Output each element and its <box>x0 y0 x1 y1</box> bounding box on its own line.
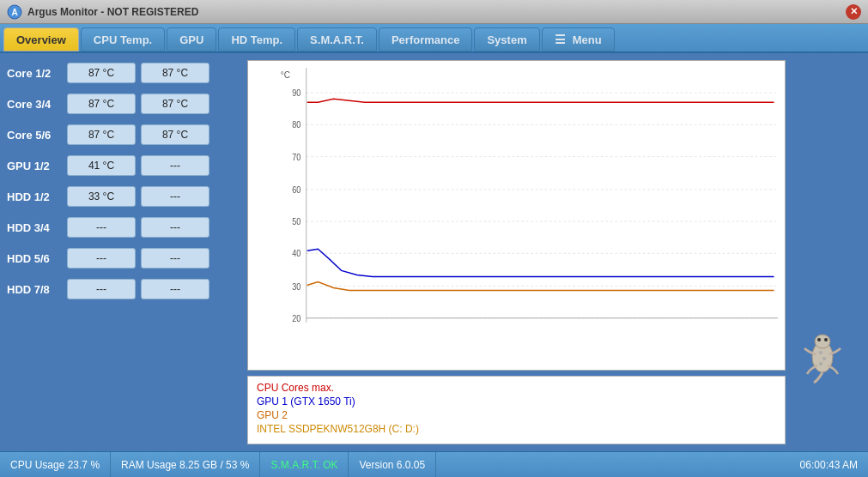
tab-hd-temp[interactable]: HD Temp. <box>218 27 295 51</box>
svg-point-24 <box>817 338 821 341</box>
right-panel: °C 90 80 70 60 50 <box>247 60 786 444</box>
sensor-row-hdd12: HDD 1/2 33 °C --- <box>7 184 240 209</box>
svg-point-28 <box>819 362 822 365</box>
sensor-row-hdd34: HDD 3/4 --- --- <box>7 214 240 240</box>
tab-bar: Overview CPU Temp. GPU HD Temp. S.M.A.R.… <box>0 24 868 53</box>
tab-cpu-temp[interactable]: CPU Temp. <box>81 27 165 51</box>
svg-point-23 <box>815 335 830 348</box>
menu-icon: ☰ <box>555 33 566 46</box>
sensor-row-core34: Core 3/4 87 °C 87 °C <box>7 91 240 117</box>
sensor-row-hdd78: HDD 7/8 --- --- <box>7 276 240 302</box>
sensor-label-hdd78: HDD 7/8 <box>7 283 67 296</box>
sensor-val1-core56: 87 °C <box>67 124 136 145</box>
sensor-row-gpu12: GPU 1/2 41 °C --- <box>7 153 240 178</box>
svg-point-26 <box>819 351 822 354</box>
close-button[interactable]: ✕ <box>846 4 861 20</box>
tab-overview[interactable]: Overview <box>3 27 79 51</box>
app-icon: A <box>7 4 22 20</box>
svg-point-25 <box>824 338 828 341</box>
sensor-label-core56: Core 5/6 <box>7 129 67 142</box>
svg-text:50: 50 <box>292 217 300 227</box>
svg-text:90: 90 <box>292 88 300 99</box>
status-bar: CPU Usage 23.7 % RAM Usage 8.25 GB / 53 … <box>0 451 868 477</box>
svg-text:20: 20 <box>292 313 300 323</box>
sensor-val2-hdd34: --- <box>141 217 209 238</box>
sensor-label-core12: Core 1/2 <box>7 67 67 80</box>
sensor-label-hdd56: HDD 5/6 <box>7 252 67 265</box>
time-status: 06:00:43 AM <box>790 452 868 477</box>
window-title: Argus Monitor - NOT REGISTERED <box>27 6 846 18</box>
svg-text:°C: °C <box>281 69 291 81</box>
sensor-label-hdd12: HDD 1/2 <box>7 190 67 203</box>
sensor-panel: Core 1/2 87 °C 87 °C Core 3/4 87 °C 87 °… <box>7 60 240 444</box>
legend-item-gpu1: GPU 1 (GTX 1650 Ti) <box>257 395 776 408</box>
tab-menu[interactable]: ☰ Menu <box>542 27 615 51</box>
svg-text:30: 30 <box>292 281 300 292</box>
sensor-val2-core56: 87 °C <box>141 124 209 145</box>
legend-item-gpu2: GPU 2 <box>257 409 776 421</box>
sensor-row-core12: Core 1/2 87 °C 87 °C <box>7 60 240 86</box>
legend-item-cpu: CPU Cores max. <box>257 382 776 394</box>
legend-item-ssd: INTEL SSDPEKNW512G8H (C: D:) <box>257 423 776 435</box>
tab-smart[interactable]: S.M.A.R.T. <box>297 27 377 51</box>
smart-status: S.M.A.R.T. OK <box>260 452 349 477</box>
chart-svg: °C 90 80 70 60 50 <box>279 68 778 353</box>
svg-text:A: A <box>11 8 17 17</box>
sensor-val1-hdd56: --- <box>67 248 136 269</box>
sensor-val2-hdd56: --- <box>141 248 209 269</box>
svg-text:70: 70 <box>292 152 300 162</box>
svg-text:80: 80 <box>292 120 300 130</box>
sensor-val1-core34: 87 °C <box>67 94 136 114</box>
version-status: Version 6.0.05 <box>349 452 436 477</box>
svg-rect-2 <box>279 68 778 353</box>
sensor-val1-gpu12: 41 °C <box>67 155 136 176</box>
tab-performance[interactable]: Performance <box>379 27 472 51</box>
temperature-chart: °C 90 80 70 60 50 <box>247 60 786 371</box>
sensor-val1-hdd78: --- <box>67 279 136 299</box>
title-bar: A Argus Monitor - NOT REGISTERED ✕ <box>0 0 868 24</box>
sensor-val2-core34: 87 °C <box>141 94 209 114</box>
sensor-val2-hdd78: --- <box>141 279 209 299</box>
main-content: Core 1/2 87 °C 87 °C Core 3/4 87 °C 87 °… <box>0 53 868 451</box>
tab-gpu[interactable]: GPU <box>167 27 216 51</box>
sensor-row-core56: Core 5/6 87 °C 87 °C <box>7 122 240 148</box>
sensor-label-core34: Core 3/4 <box>7 98 67 111</box>
sensor-val1-hdd12: 33 °C <box>67 186 136 207</box>
sensor-val2-hdd12: --- <box>141 186 209 207</box>
sensor-val2-core12: 87 °C <box>141 63 209 83</box>
sensor-label-hdd34: HDD 3/4 <box>7 221 67 234</box>
chart-legend: CPU Cores max. GPU 1 (GTX 1650 Ti) GPU 2… <box>247 376 786 444</box>
svg-point-27 <box>822 357 826 360</box>
sensor-val1-core12: 87 °C <box>67 63 136 83</box>
svg-text:60: 60 <box>292 184 300 195</box>
sensor-val1-hdd34: --- <box>67 217 136 238</box>
sensor-label-gpu12: GPU 1/2 <box>7 160 67 172</box>
tab-system[interactable]: System <box>474 27 539 51</box>
cpu-usage-status: CPU Usage 23.7 % <box>0 452 111 477</box>
sensor-row-hdd56: HDD 5/6 --- --- <box>7 245 240 271</box>
ram-usage-status: RAM Usage 8.25 GB / 53 % <box>111 452 260 477</box>
gecko-logo <box>792 324 853 384</box>
sensor-val2-gpu12: --- <box>141 155 209 176</box>
svg-text:40: 40 <box>292 249 300 259</box>
